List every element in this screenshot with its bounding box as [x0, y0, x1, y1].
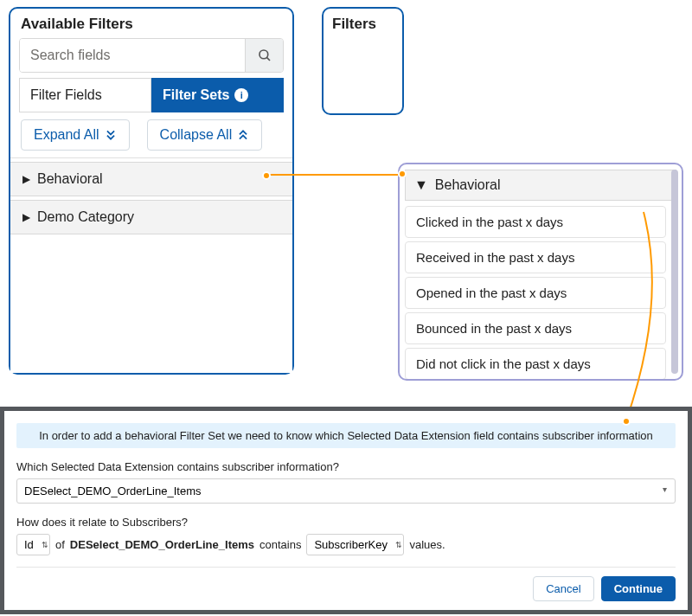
- svg-point-0: [260, 50, 268, 59]
- modal-footer: Cancel Continue: [16, 567, 676, 601]
- annotation-dot: [622, 417, 631, 426]
- relation-row: Id of DESelect_DEMO_OrderLine_Items cont…: [16, 534, 676, 555]
- info-icon[interactable]: i: [234, 88, 248, 102]
- expand-collapse-toolbar: Expand All Collapse All: [10, 112, 292, 158]
- category-demo-label: Demo Category: [37, 209, 134, 225]
- of-label: of: [55, 538, 65, 551]
- subscriber-field-select[interactable]: SubscriberKey: [306, 534, 404, 555]
- search-field-wrap: [19, 38, 284, 73]
- tab-filter-sets-label: Filter Sets: [163, 87, 229, 103]
- search-input[interactable]: [20, 39, 245, 72]
- contains-label: contains: [260, 538, 301, 551]
- double-chevron-up-icon: [237, 129, 249, 141]
- field-select[interactable]: Id: [16, 534, 50, 555]
- expand-all-button[interactable]: Expand All: [21, 119, 130, 151]
- filters-panel: Filters: [322, 7, 404, 115]
- collapse-all-button[interactable]: Collapse All: [147, 119, 263, 151]
- tab-filter-sets[interactable]: Filter Sets i: [151, 78, 284, 112]
- annotation-dot: [398, 170, 407, 178]
- filter-tabs: Filter Fields Filter Sets i: [19, 78, 284, 112]
- filter-set-item[interactable]: Received in the past x days: [405, 241, 666, 273]
- info-banner: In order to add a behavioral Filter Set …: [16, 423, 676, 448]
- svg-line-1: [266, 57, 270, 61]
- cancel-button[interactable]: Cancel: [533, 576, 593, 601]
- category-empty-area: [10, 234, 292, 373]
- search-button[interactable]: [245, 39, 283, 72]
- annotation-connector: [268, 174, 401, 176]
- question-1: Which Selected Data Extension contains s…: [16, 460, 676, 473]
- filter-set-items: Clicked in the past x days Received in t…: [405, 206, 676, 380]
- available-filters-title: Available Filters: [21, 16, 133, 33]
- double-chevron-down-icon: [105, 129, 117, 141]
- caret-right-icon: ▶: [22, 211, 30, 223]
- filters-title: Filters: [332, 16, 376, 32]
- search-icon: [257, 48, 272, 63]
- category-list: ▶ Behavioral ▶ Demo Category: [10, 158, 292, 234]
- question-2: How does it relate to Subscribers?: [16, 516, 676, 529]
- category-demo[interactable]: ▶ Demo Category: [10, 200, 292, 234]
- collapse-all-label: Collapse All: [160, 127, 233, 143]
- modal-backdrop: In order to add a behavioral Filter Set …: [0, 407, 692, 614]
- filter-set-item[interactable]: Opened in the past x days: [405, 277, 666, 309]
- tab-filter-fields-label: Filter Fields: [30, 87, 102, 103]
- category-behavioral-label: Behavioral: [37, 171, 103, 187]
- field-select-wrap: Id: [16, 534, 50, 555]
- subscriber-select-wrap: SubscriberKey: [306, 534, 404, 555]
- available-filters-panel: Available Filters Filter Fields Filter S…: [9, 7, 294, 375]
- filter-set-item[interactable]: Did not click in the past x days: [405, 348, 666, 380]
- de-select-wrap: DESelect_DEMO_OrderLine_Items: [16, 473, 676, 504]
- values-label: values.: [409, 538, 445, 551]
- filter-set-item[interactable]: Bounced in the past x days: [405, 312, 666, 344]
- expand-all-label: Expand All: [34, 127, 99, 143]
- continue-button[interactable]: Continue: [601, 576, 676, 601]
- caret-right-icon: ▶: [22, 173, 30, 185]
- scrollbar[interactable]: [671, 170, 678, 374]
- behavioral-expanded-panel: ▼ Behavioral Clicked in the past x days …: [398, 163, 683, 381]
- data-extension-select[interactable]: DESelect_DEMO_OrderLine_Items: [16, 478, 676, 504]
- behavioral-filterset-modal: In order to add a behavioral Filter Set …: [4, 411, 688, 610]
- caret-down-icon: ▼: [414, 177, 428, 193]
- filter-set-item[interactable]: Clicked in the past x days: [405, 206, 666, 238]
- behavioral-expanded-header[interactable]: ▼ Behavioral: [405, 170, 676, 201]
- panel-header: Available Filters: [10, 9, 292, 38]
- de-name-label: DESelect_DEMO_OrderLine_Items: [70, 538, 254, 551]
- behavioral-expanded-title: Behavioral: [435, 177, 501, 193]
- tab-filter-fields[interactable]: Filter Fields: [19, 78, 151, 112]
- annotation-dot: [262, 171, 271, 180]
- category-behavioral[interactable]: ▶ Behavioral: [10, 162, 292, 196]
